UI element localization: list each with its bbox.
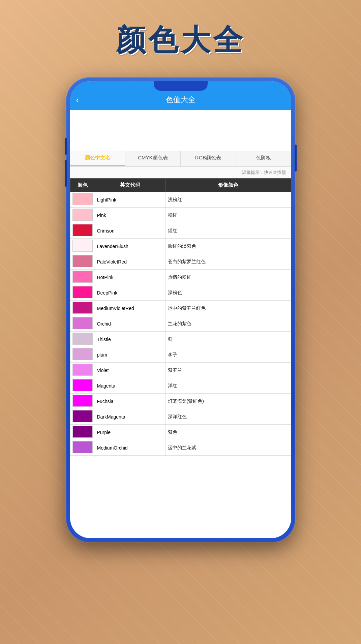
- color-swatch: [72, 209, 93, 221]
- color-name-en: DarkMagenta: [95, 409, 166, 425]
- table-row[interactable]: Crimson猩红: [70, 223, 291, 239]
- color-name-en: Violet: [95, 363, 166, 378]
- volume-up-button: [65, 138, 67, 155]
- color-name-cn: 粉红: [166, 208, 291, 223]
- table-row[interactable]: LightPink浅粉红: [70, 192, 291, 208]
- color-swatch: [72, 395, 93, 407]
- power-button: [295, 145, 297, 172]
- color-name-cn: 李子: [166, 347, 291, 363]
- color-table-wrapper: 颜色 英文代码 形像颜色 LightPink浅粉红Pink粉红Crimson猩红…: [70, 178, 291, 538]
- color-swatch: [72, 441, 93, 453]
- color-swatch: [72, 255, 93, 267]
- color-swatch: [72, 240, 93, 252]
- table-row[interactable]: MediumOrchid运中的兰花紫: [70, 440, 291, 456]
- table-row[interactable]: plum李子: [70, 347, 291, 363]
- color-name-en: Pink: [95, 208, 166, 223]
- color-swatch: [72, 410, 93, 422]
- table-row[interactable]: Orchid兰花的紫色: [70, 316, 291, 332]
- color-swatch: [72, 379, 93, 391]
- table-row[interactable]: LavenderBlush脸红的淡紫色: [70, 239, 291, 254]
- color-name-cn: 运中的兰花紫: [166, 440, 291, 456]
- color-name-cn: 洋红: [166, 378, 291, 394]
- color-name-cn: 苍白的紫罗兰红色: [166, 254, 291, 270]
- color-name-cn: 紫罗兰: [166, 363, 291, 378]
- color-swatch: [72, 286, 93, 298]
- table-row[interactable]: HotPink热情的粉红: [70, 270, 291, 285]
- color-name-en: Thistle: [95, 332, 166, 347]
- color-swatch: [72, 317, 93, 329]
- color-name-cn: 深粉色: [166, 285, 291, 301]
- color-name-en: Crimson: [95, 223, 166, 239]
- color-name-en: Purple: [95, 425, 166, 440]
- color-name-cn: 紫色: [166, 425, 291, 440]
- tab-cmyk[interactable]: CMYK颜色表: [125, 151, 181, 166]
- color-name-cn: 脸红的淡紫色: [166, 239, 291, 254]
- volume-down-button: [65, 160, 67, 187]
- color-name-cn: 热情的粉红: [166, 270, 291, 285]
- back-button[interactable]: ‹: [76, 95, 79, 105]
- table-row[interactable]: Magenta洋红: [70, 378, 291, 394]
- color-name-en: Magenta: [95, 378, 166, 394]
- color-name-en: LightPink: [95, 192, 166, 208]
- color-table: 颜色 英文代码 形像颜色 LightPink浅粉红Pink粉红Crimson猩红…: [70, 178, 291, 456]
- tab-gradient[interactable]: 色阶板: [236, 151, 291, 166]
- table-row[interactable]: Pink粉红: [70, 208, 291, 223]
- color-name-en: DeepPink: [95, 285, 166, 301]
- table-row[interactable]: Purple紫色: [70, 425, 291, 440]
- color-name-en: LavenderBlush: [95, 239, 166, 254]
- color-swatch: [72, 224, 93, 236]
- color-name-en: HotPink: [95, 270, 166, 285]
- tab-chinese-color-name[interactable]: 颜色中文名: [70, 151, 125, 166]
- table-row[interactable]: PaleVioletRed苍白的紫罗兰红色: [70, 254, 291, 270]
- banner-area: [70, 110, 291, 151]
- color-name-cn: 深洋红色: [166, 409, 291, 425]
- app-header-title: 色值大全: [166, 95, 195, 105]
- col-header-cn: 形像颜色: [166, 179, 291, 192]
- color-name-cn: 兰花的紫色: [166, 316, 291, 332]
- hint-text: 温馨提示：快速查找颜: [70, 167, 291, 178]
- table-row[interactable]: MediumVioletRed运中的紫罗兰红色: [70, 301, 291, 316]
- color-name-cn: 运中的紫罗兰红色: [166, 301, 291, 316]
- color-name-cn: 浅粉红: [166, 192, 291, 208]
- table-row[interactable]: Violet紫罗兰: [70, 363, 291, 378]
- phone-frame: ‹ 色值大全 颜色中文名 CMYK颜色表 RGB颜色表 色阶板 温馨提示：快速查…: [66, 77, 295, 542]
- tab-rgb[interactable]: RGB颜色表: [181, 151, 236, 166]
- color-name-cn: 猩红: [166, 223, 291, 239]
- color-swatch: [72, 302, 93, 314]
- table-row[interactable]: DarkMagenta深洋红色: [70, 409, 291, 425]
- col-header-en: 英文代码: [95, 179, 166, 192]
- color-swatch: [72, 348, 93, 360]
- page-title: 颜色大全: [116, 20, 245, 60]
- color-name-en: MediumOrchid: [95, 440, 166, 456]
- table-row[interactable]: DeepPink深粉色: [70, 285, 291, 301]
- color-swatch: [72, 333, 93, 345]
- tab-bar: 颜色中文名 CMYK颜色表 RGB颜色表 色阶板: [70, 151, 291, 167]
- color-name-en: Fuchsia: [95, 394, 166, 409]
- color-name-en: Orchid: [95, 316, 166, 332]
- color-name-en: plum: [95, 347, 166, 363]
- color-swatch: [72, 426, 93, 438]
- color-name-cn: 蓟: [166, 332, 291, 347]
- color-name-en: PaleVioletRed: [95, 254, 166, 270]
- color-swatch: [72, 271, 93, 283]
- col-header-color: 颜色: [70, 179, 95, 192]
- phone-notch: [154, 81, 208, 91]
- color-name-en: MediumVioletRed: [95, 301, 166, 316]
- color-name-cn: 灯笼海棠(紫红色): [166, 394, 291, 409]
- table-row[interactable]: Thistle蓟: [70, 332, 291, 347]
- table-row[interactable]: Fuchsia灯笼海棠(紫红色): [70, 394, 291, 409]
- color-swatch: [72, 193, 93, 205]
- color-swatch: [72, 364, 93, 376]
